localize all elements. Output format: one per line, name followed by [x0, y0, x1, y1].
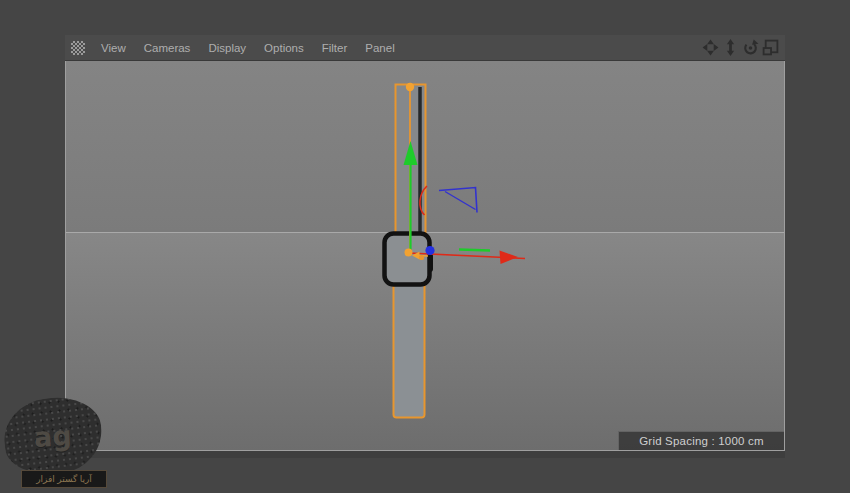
toggle-views-icon[interactable]: [762, 39, 779, 56]
axis-x-arrowhead[interactable]: [500, 251, 519, 265]
watermark-logo-text: ag: [33, 420, 72, 453]
axis-scale-handle-green[interactable]: [459, 250, 490, 251]
menu-cameras[interactable]: Cameras: [135, 42, 200, 54]
menu-filter[interactable]: Filter: [313, 42, 357, 54]
menu-display[interactable]: Display: [199, 42, 255, 54]
viewport-menubar: View Cameras Display Options Filter Pane…: [65, 35, 785, 61]
rotate-icon[interactable]: [742, 39, 759, 56]
gizmo-center-handle[interactable]: [405, 249, 413, 257]
plane-handle[interactable]: [439, 188, 477, 213]
menu-view[interactable]: View: [92, 42, 135, 54]
viewport-menus: View Cameras Display Options Filter Pane…: [92, 42, 404, 54]
watermark-logo-blob: ag: [0, 392, 106, 479]
viewport-canvas[interactable]: Grid Spacing : 1000 cm: [65, 61, 785, 451]
grid-spacing-badge: Grid Spacing : 1000 cm: [618, 431, 784, 450]
window-bottom-strip: [65, 451, 785, 458]
plane-handle-diagonal: [445, 192, 476, 210]
axis-z-dot[interactable]: [425, 246, 434, 255]
gizmo-small-handle[interactable]: [419, 255, 424, 260]
c4d-viewport-window: View Cameras Display Options Filter Pane…: [65, 35, 785, 458]
zoom-icon[interactable]: [722, 39, 739, 56]
watermark-caption: آریا گستر افزار: [21, 470, 107, 488]
screenshot-root: View Cameras Display Options Filter Pane…: [0, 0, 850, 493]
top-point-handle[interactable]: [406, 83, 414, 91]
scene-overlay: [66, 61, 784, 450]
object-bottom-plank[interactable]: [394, 283, 425, 418]
menu-options[interactable]: Options: [255, 42, 313, 54]
pan-icon[interactable]: [702, 39, 719, 56]
menu-panel[interactable]: Panel: [356, 42, 403, 54]
grid-icon[interactable]: [71, 41, 85, 55]
watermark: ag آریا گستر افزار: [0, 390, 130, 493]
viewport-nav-icons: [702, 39, 785, 56]
